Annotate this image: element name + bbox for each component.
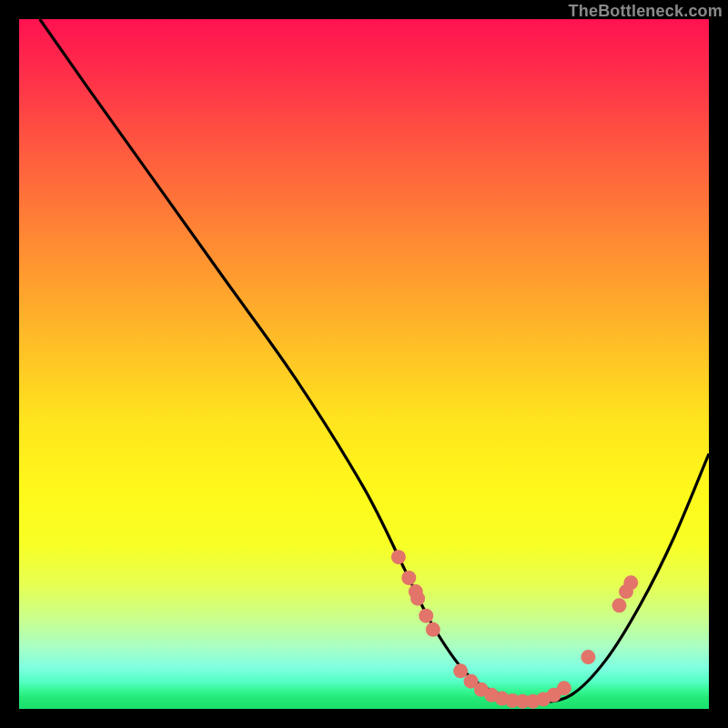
chart-svg (19, 19, 709, 709)
data-point (419, 609, 433, 623)
plot-area (19, 19, 709, 709)
data-points (391, 550, 638, 709)
chart-container: TheBottleneck.com (0, 0, 728, 728)
data-point (453, 663, 468, 678)
bottleneck-curve (40, 19, 709, 702)
data-point (391, 550, 406, 564)
data-point (401, 571, 416, 585)
data-point (623, 575, 638, 590)
data-point (612, 598, 627, 612)
data-point (426, 622, 440, 637)
watermark-text: TheBottleneck.com (569, 2, 723, 21)
data-point (557, 681, 571, 695)
data-point (410, 592, 425, 606)
data-point (581, 650, 595, 664)
